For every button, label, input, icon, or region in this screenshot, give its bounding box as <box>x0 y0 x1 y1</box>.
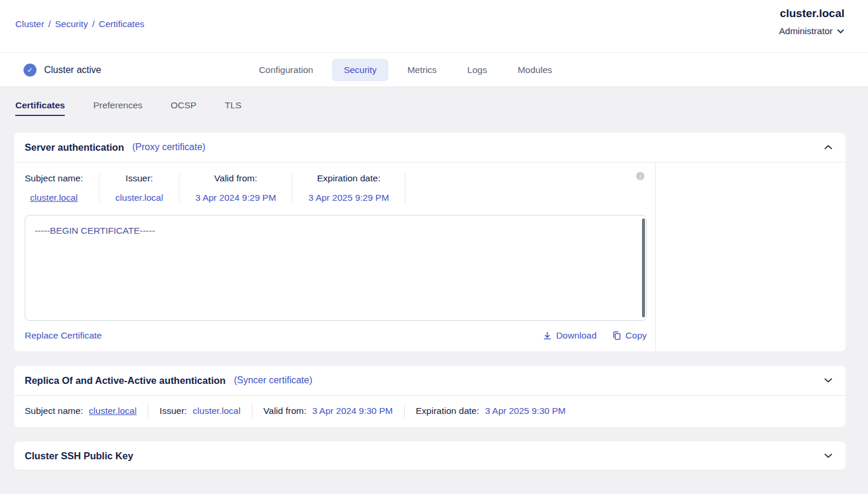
tab-logs[interactable]: Logs <box>455 59 499 81</box>
scrollbar-thumb[interactable] <box>642 218 645 317</box>
vertical-divider <box>148 405 148 417</box>
download-icon <box>543 331 552 340</box>
issuer-value: cluster.local <box>115 193 163 203</box>
card-title: Server authentication <box>25 142 124 153</box>
account-menu[interactable]: Administrator <box>779 26 844 37</box>
top-header: Cluster / Security / Certificates cluste… <box>0 0 868 53</box>
replace-certificate-link[interactable]: Replace Certificate <box>25 330 102 341</box>
copy-button[interactable]: Copy <box>612 330 647 341</box>
breadcrumb-separator: / <box>48 19 51 29</box>
breadcrumb-item-certificates[interactable]: Certificates <box>99 19 145 29</box>
sub-tabs: Certificates Preferences OCSP TLS <box>15 100 846 116</box>
server-auth-card-header[interactable]: Server authentication (Proxy certificate… <box>14 132 846 162</box>
expiration-date-value: 3 Apr 2025 9:29 PM <box>308 193 389 203</box>
valid-from-value: 3 Apr 2024 9:30 PM <box>312 406 393 416</box>
server-auth-card-body: Subject name: cluster.local Issuer: clus… <box>14 162 846 352</box>
field-label: Valid from: <box>195 173 276 184</box>
certificate-textarea[interactable]: -----BEGIN CERTIFICATE----- <box>25 215 647 321</box>
syncer-auth-card-header[interactable]: Replica Of and Active-Active authenticat… <box>14 366 846 395</box>
chevron-down-icon <box>824 453 833 459</box>
vertical-divider <box>252 405 252 417</box>
syncer-auth-card: Replica Of and Active-Active authenticat… <box>14 366 846 427</box>
field-label: Valid from: <box>264 406 307 416</box>
field-issuer: Issuer: cluster.local <box>99 173 179 203</box>
copy-label: Copy <box>626 330 647 341</box>
field-label: Subject name: <box>25 173 83 184</box>
certificate-actions: Replace Certificate Download <box>25 330 647 349</box>
field-label: Issuer: <box>115 173 163 184</box>
subject-name-link[interactable]: cluster.local <box>25 193 83 203</box>
ssh-key-card: Cluster SSH Public Key <box>14 442 846 470</box>
field-label: Issuer: <box>159 406 187 416</box>
issuer-value: cluster.local <box>193 406 241 416</box>
download-label: Download <box>556 330 597 341</box>
breadcrumb-separator: / <box>92 19 94 29</box>
account-area: cluster.local Administrator <box>779 7 844 37</box>
breadcrumb-item-security[interactable]: Security <box>55 19 88 29</box>
sub-tab-certificates[interactable]: Certificates <box>15 100 65 116</box>
field-label: Subject name: <box>25 406 83 416</box>
chevron-down-icon <box>837 29 844 34</box>
card-subtitle: (Syncer certificate) <box>234 375 312 386</box>
valid-from-value: 3 Apr 2024 9:29 PM <box>195 193 276 203</box>
sub-tab-tls[interactable]: TLS <box>225 100 241 116</box>
certificate-details: Subject name: cluster.local Issuer: clus… <box>14 163 656 352</box>
breadcrumb-item-cluster[interactable]: Cluster <box>15 19 44 29</box>
field-valid-from: Valid from: 3 Apr 2024 9:29 PM <box>179 173 292 203</box>
sub-tab-preferences[interactable]: Preferences <box>93 100 142 116</box>
server-auth-card: Server authentication (Proxy certificate… <box>14 132 846 352</box>
certificate-action-group: Download Copy <box>543 330 647 341</box>
field-expiration-date: Expiration date: 3 Apr 2025 9:29 PM <box>292 173 405 203</box>
ssh-key-card-header[interactable]: Cluster SSH Public Key <box>14 442 846 470</box>
chevron-up-icon <box>824 144 833 150</box>
copy-icon <box>612 331 621 340</box>
field-label: Expiration date: <box>416 406 480 416</box>
chevron-down-icon <box>824 377 833 383</box>
expand-button[interactable] <box>824 453 833 459</box>
expand-button[interactable] <box>824 377 833 383</box>
info-icon[interactable]: i <box>636 172 644 180</box>
card-subtitle: (Proxy certificate) <box>132 142 205 152</box>
card-title: Replica Of and Active-Active authenticat… <box>25 375 225 386</box>
download-button[interactable]: Download <box>543 330 597 341</box>
certificate-preview-text: -----BEGIN CERTIFICATE----- <box>35 226 155 236</box>
tab-configuration[interactable]: Configuration <box>247 59 325 81</box>
main-content: Certificates Preferences OCSP TLS Server… <box>0 87 868 470</box>
vertical-divider <box>404 405 405 417</box>
tab-metrics[interactable]: Metrics <box>395 59 448 81</box>
expiration-date-value: 3 Apr 2025 9:30 PM <box>485 406 566 416</box>
cluster-status: ✓ Cluster active <box>24 64 101 77</box>
tab-modules[interactable]: Modules <box>506 59 564 81</box>
check-circle-icon: ✓ <box>24 64 36 77</box>
account-label: Administrator <box>779 26 833 37</box>
collapse-button[interactable] <box>824 144 833 150</box>
card-title: Cluster SSH Public Key <box>25 450 133 462</box>
syncer-summary-row: Subject name: cluster.local Issuer: clus… <box>14 395 846 427</box>
breadcrumb: Cluster / Security / Certificates <box>15 19 144 29</box>
cluster-name: cluster.local <box>779 7 844 20</box>
main-tabs: Configuration Security Metrics Logs Modu… <box>247 59 564 81</box>
field-subject-name: Subject name: cluster.local <box>25 173 99 203</box>
cluster-status-label: Cluster active <box>44 65 101 75</box>
subject-name-link[interactable]: cluster.local <box>89 406 137 416</box>
certificate-fields: Subject name: cluster.local Issuer: clus… <box>25 172 647 205</box>
tab-security[interactable]: Security <box>332 59 388 81</box>
card-right-spacer <box>656 163 846 352</box>
sub-tab-ocsp[interactable]: OCSP <box>171 100 197 116</box>
nav-bar: ✓ Cluster active Configuration Security … <box>0 53 868 87</box>
field-label: Expiration date: <box>308 173 389 184</box>
